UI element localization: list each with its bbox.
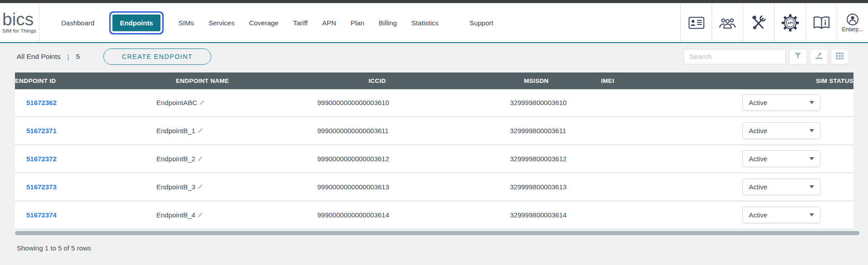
endpoint-id-cell: 51672362	[15, 99, 156, 106]
table-column-header[interactable]: ENDPOINT NAME	[176, 77, 369, 84]
msisdn-cell: 329999800003612	[510, 155, 665, 163]
horizontal-scrollbar[interactable]	[15, 231, 859, 235]
nav-item-label: Support	[470, 19, 494, 27]
nav-item[interactable]: Tariff	[293, 19, 307, 27]
columns-button[interactable]	[831, 49, 849, 64]
main-nav: Dashboard Endpoints SIMs Services Covera…	[39, 3, 493, 42]
iccid-cell: 9990000000000003610	[317, 99, 510, 106]
msisdn-cell: 329999800003610	[510, 99, 665, 106]
endpoint-name-cell: EndpointB_4	[156, 211, 317, 219]
endpoint-id-cell: 51672374	[15, 211, 156, 219]
top-navbar: bics SIM for Things Dashboard Endpoints …	[0, 3, 868, 43]
chevron-down-icon	[810, 101, 814, 104]
endpoint-name-text: EndpointABC	[156, 99, 197, 106]
tools-button[interactable]	[743, 3, 774, 42]
nav-item-label: Dashboard	[61, 19, 94, 27]
endpoint-id-cell: 51672373	[15, 183, 156, 191]
user-guide-button[interactable]	[805, 3, 837, 42]
endpoint-id-link[interactable]: 51672362	[26, 99, 57, 106]
header-icon-bar: API Enterp...	[680, 3, 868, 42]
sim-status-value: Active	[749, 99, 767, 106]
sim-status-cell: Active	[742, 94, 853, 111]
nav-item-label: SIMs	[179, 19, 194, 27]
nav-item-label: Services	[209, 19, 235, 27]
nav-item[interactable]: Endpoints	[112, 14, 160, 31]
endpoint-id-link[interactable]: 51672371	[26, 127, 57, 135]
brand-logo[interactable]: bics SIM for Things	[0, 3, 39, 42]
nav-spacer	[493, 3, 680, 42]
msisdn-cell: 329999800003611	[510, 127, 665, 135]
endpoint-name-cell: EndpointB_1	[156, 127, 317, 135]
table-row: 51672371 EndpointB_1 9990000000000003611…	[15, 117, 853, 145]
endpoint-name-text: EndpointB_2	[156, 155, 195, 163]
nav-item-label: Billing	[379, 19, 397, 27]
create-endpoint-button[interactable]: CREATE ENDPOINT	[103, 48, 211, 65]
table-column-header[interactable]: ENDPOINT ID	[15, 77, 176, 84]
enterprise-user-icon	[846, 13, 859, 26]
nav-item-label: Tariff	[293, 19, 307, 27]
brand-logo-subtext: SIM for Things	[2, 28, 39, 34]
filter-button[interactable]	[789, 49, 807, 64]
endpoint-id-link[interactable]: 51672374	[26, 211, 57, 219]
nav-item-label: Endpoints	[120, 19, 153, 27]
sim-status-cell: Active	[742, 122, 853, 139]
contacts-card-button[interactable]	[680, 3, 712, 42]
nav-item-label: Plan	[351, 19, 364, 27]
endpoint-id-cell: 51672371	[15, 127, 156, 135]
endpoints-table: ENDPOINT ID ENDPOINT NAME ICCID MSISDN I…	[15, 72, 853, 230]
nav-item[interactable]: SIMs	[179, 19, 194, 27]
rows-summary: Showing 1 to 5 of 5 rows	[17, 244, 868, 252]
export-icon	[815, 52, 823, 61]
edit-pencil-icon[interactable]	[199, 100, 205, 106]
endpoint-id-cell: 51672372	[15, 155, 156, 163]
table-column-header[interactable]: IMEI	[601, 77, 816, 84]
iccid-cell: 9990000000000003611	[317, 127, 510, 135]
iccid-cell: 9990000000000003614	[317, 211, 510, 219]
sim-status-select[interactable]: Active	[742, 150, 820, 167]
sim-status-select[interactable]: Active	[742, 178, 820, 195]
window-top-strip	[0, 0, 868, 3]
user-guide-icon	[813, 16, 830, 30]
api-button[interactable]: API	[774, 3, 805, 42]
msisdn-cell: 329999800003614	[510, 211, 665, 219]
endpoint-id-link[interactable]: 51672372	[26, 155, 57, 163]
nav-item[interactable]: Dashboard	[61, 19, 94, 27]
iccid-cell: 9990000000000003612	[317, 155, 510, 163]
nav-item[interactable]: Statistics	[412, 19, 439, 27]
chevron-down-icon	[810, 213, 814, 217]
table-row: 51672372 EndpointB_2 9990000000000003612…	[15, 145, 853, 173]
sim-status-cell: Active	[742, 150, 853, 167]
enterprise-user-button[interactable]: Enterp...	[837, 3, 868, 42]
edit-pencil-icon[interactable]	[197, 128, 203, 134]
nav-item[interactable]: Services	[209, 19, 235, 27]
sim-status-select[interactable]: Active	[742, 94, 820, 111]
table-column-header[interactable]: MSISDN	[524, 77, 601, 84]
nav-item[interactable]: Coverage	[249, 19, 278, 27]
edit-pencil-icon[interactable]	[197, 212, 203, 218]
brand-logo-text: bics	[2, 12, 39, 27]
filter-funnel-icon	[795, 53, 801, 61]
table-column-header[interactable]: SIM STATUS	[816, 77, 853, 84]
nav-item[interactable]: Support	[470, 19, 494, 27]
page-toolbar: All End Points | 5 CREATE ENDPOINT	[0, 48, 868, 65]
sim-status-value: Active	[749, 127, 767, 135]
sim-status-select[interactable]: Active	[742, 122, 820, 139]
table-body: 51672362 EndpointABC 9990000000000003610…	[15, 89, 853, 230]
endpoint-name-text: EndpointB_3	[156, 183, 195, 191]
sim-status-select[interactable]: Active	[742, 207, 820, 223]
page-title: All End Points	[17, 53, 61, 61]
users-group-button[interactable]	[712, 3, 743, 42]
msisdn-cell: 329999800003613	[510, 183, 665, 191]
nav-item[interactable]: Plan	[351, 19, 364, 27]
title-separator: |	[68, 53, 69, 61]
edit-pencil-icon[interactable]	[197, 156, 203, 162]
nav-item-label: Coverage	[249, 19, 278, 27]
search-input[interactable]	[684, 49, 786, 64]
nav-item[interactable]: APN	[322, 19, 336, 27]
sim-status-value: Active	[749, 155, 767, 163]
nav-item[interactable]: Billing	[379, 19, 397, 27]
edit-pencil-icon[interactable]	[197, 184, 203, 190]
table-column-header[interactable]: ICCID	[369, 77, 524, 84]
export-button[interactable]	[810, 49, 828, 64]
endpoint-id-link[interactable]: 51672373	[26, 183, 57, 191]
